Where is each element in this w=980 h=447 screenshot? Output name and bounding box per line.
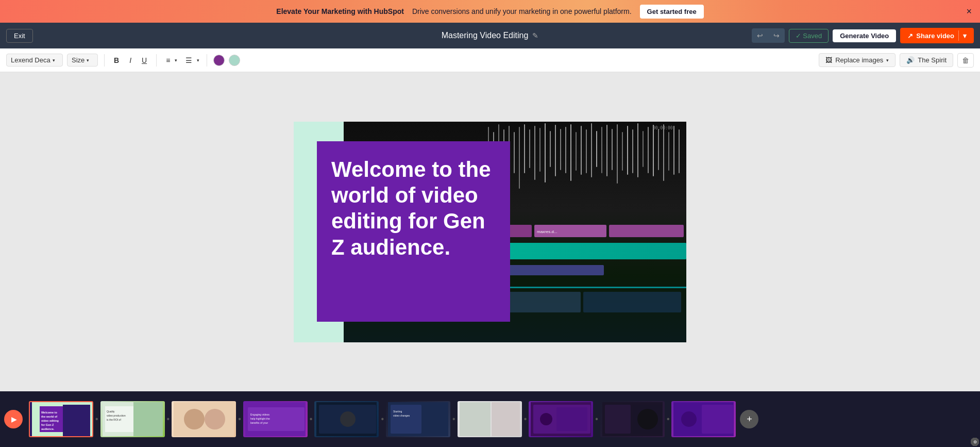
svg-rect-34 [658,129,659,170]
svg-rect-27 [622,132,623,171]
svg-rect-37 [673,126,674,175]
voice-label: The Spirit [918,56,947,64]
svg-text:Welcome to: Welcome to [41,411,57,414]
svg-point-101 [681,411,697,427]
add-slide-button[interactable]: + [740,410,758,428]
banner-close-button[interactable]: × [966,6,972,17]
dot-connector-6: • [450,415,458,424]
add-slide-icon: + [747,414,752,425]
share-icon: ↗ [907,32,913,40]
undo-redo-group: ↩ ↪ [752,28,785,43]
thumb-5-inner [314,401,379,437]
svg-rect-20 [586,129,587,173]
slide-main-text: Welcome to the world of video editing fo… [331,157,496,261]
underline-button[interactable]: U [139,54,150,67]
svg-rect-29 [632,129,633,173]
toolbar-right: 🖼 Replace images ▾ 🔊 The Spirit 🗑 [819,53,974,68]
toolbar-separator-2 [156,54,157,67]
svg-rect-35 [663,124,664,181]
font-family-label: Lexend Deca [11,56,50,64]
dot-connector-7: • [522,415,529,424]
share-video-button[interactable]: ↗ Share video ▾ [900,28,974,43]
svg-rect-31 [643,131,644,167]
delete-button[interactable]: 🗑 [957,53,974,68]
list-group: ☰ ▾ [182,54,200,67]
font-family-selector[interactable]: Lexend Deca ▾ [6,54,63,67]
svg-rect-68 [133,402,163,436]
italic-button[interactable]: I [126,54,134,67]
align-arrow-button[interactable]: ▾ [174,56,178,65]
play-button[interactable]: ▶ [4,410,23,428]
slide-text-overlay[interactable]: Welcome to the world of video editing fo… [317,141,510,322]
svg-rect-38 [679,129,680,173]
svg-rect-36 [668,132,669,171]
banner-bold-text: Elevate Your Marketing with HubSpot [276,7,404,15]
slide-thumbnail-2[interactable]: Quality video production is the ROI of [100,401,165,437]
toolbar-separator-3 [207,54,207,67]
slide-thumbnail-4[interactable]: Engaging videos help highlight the benef… [243,401,308,437]
slide-canvas[interactable]: maxres.d... maxresdefault.jpg maxres.d..… [294,122,686,342]
slide-thumbnail-8[interactable] [529,401,593,437]
undo-button[interactable]: ↩ [752,28,768,43]
color-picker-2[interactable] [229,55,240,66]
svg-rect-21 [591,123,592,177]
list-button[interactable]: ☰ [182,54,195,67]
slide-thumbnail-5[interactable] [314,401,379,437]
slide-thumbnail-6[interactable]: Starting video changes [386,401,450,437]
slide-thumbnail-7[interactable] [458,401,522,437]
font-size-selector[interactable]: Size ▾ [67,54,98,67]
exit-button[interactable]: Exit [6,29,33,43]
voice-icon: 🔊 [906,56,915,64]
thumb-group-8: ⚙ [529,401,593,437]
slide-thumbnail-3[interactable] [172,401,236,437]
color-picker-1[interactable] [213,55,225,66]
svg-rect-19 [581,126,582,175]
bold-button[interactable]: B [111,54,122,67]
dot-connector-9: • [665,415,672,424]
thumb-group-7: ⚙ [458,401,522,437]
svg-rect-25 [612,129,613,170]
slide-thumbnail-10[interactable] [671,401,736,437]
thumb-9-inner [600,401,665,437]
thumb-group-10: ⚙ [671,401,736,437]
svg-text:benefits of your: benefits of your [250,421,268,424]
svg-rect-15 [560,129,561,170]
align-button[interactable]: ≡ [163,54,173,67]
svg-text:the world of: the world of [41,415,57,418]
svg-point-75 [184,409,205,429]
redo-button[interactable]: ↪ [768,28,785,43]
saved-button[interactable]: ✓ Saved [789,29,829,43]
edit-title-icon[interactable]: ✎ [532,31,538,40]
slide-thumbnail-1[interactable]: Welcome to the world of video editing fo… [29,401,93,437]
svg-rect-32 [648,127,649,173]
svg-rect-7 [519,127,520,189]
font-family-arrow: ▾ [53,58,55,63]
thumb-3-inner [172,401,236,437]
svg-text:maxres.d...: maxres.d... [537,229,557,234]
main-canvas-area: maxres.d... maxresdefault.jpg maxres.d..… [0,72,980,391]
svg-rect-91 [492,402,520,436]
svg-rect-24 [606,125,607,176]
replace-images-arrow: ▾ [886,58,889,63]
svg-rect-6 [514,132,515,173]
voice-button[interactable]: 🔊 The Spirit [900,53,953,67]
toolbar: Lexend Deca ▾ Size ▾ B I U ≡ ▾ ☰ ▾ 🖼 Rep… [0,48,980,72]
replace-images-button[interactable]: 🖼 Replace images ▾ [819,53,895,67]
dot-connector-5: • [379,415,386,424]
dot-connector-4: • [308,415,315,424]
svg-text:Quality: Quality [107,410,115,413]
banner-cta-button[interactable]: Get started free [640,5,704,19]
header-center: Mastering Video Editing ✎ [442,31,539,40]
filmstrip: ▶ Welcome to the world of video editing … [0,391,980,447]
thumb-8-inner [529,401,593,437]
list-arrow-button[interactable]: ▾ [196,56,200,65]
svg-text:Engaging videos: Engaging videos [250,413,269,416]
thumb-10-inner [671,401,736,437]
header: Exit Mastering Video Editing ✎ ↩ ↪ ✓ Sav… [0,23,980,48]
generate-video-button[interactable]: Generate Video [833,29,896,42]
thumb-4-inner: Engaging videos help highlight the benef… [243,401,308,437]
svg-rect-18 [576,132,577,171]
svg-point-99 [637,409,658,429]
svg-rect-26 [617,124,618,184]
slide-thumbnail-9[interactable] [600,401,665,437]
